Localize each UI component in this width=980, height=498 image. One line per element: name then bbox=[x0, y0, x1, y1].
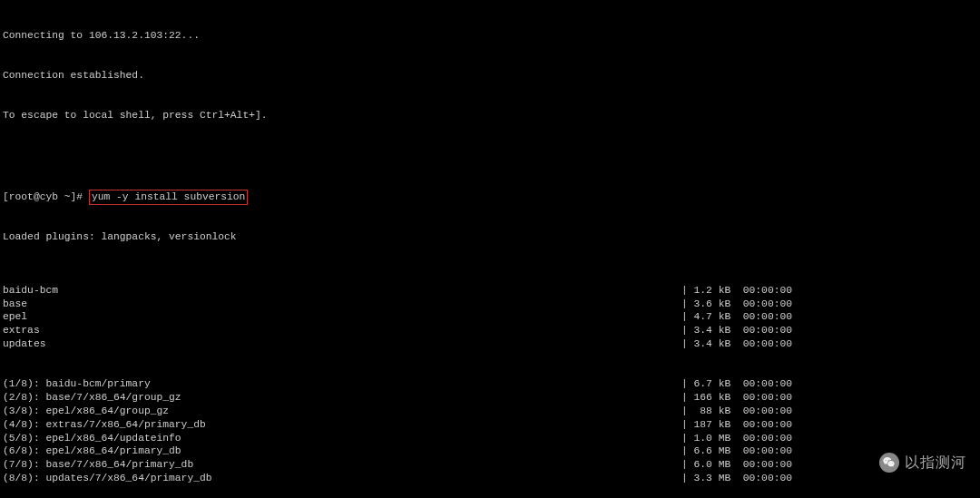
download-row: (8/8): updates/7/x86_64/primary_db| 3.3 … bbox=[3, 472, 792, 485]
row-name: (7/8): base/7/x86_64/primary_db bbox=[3, 458, 193, 472]
watermark-text: 以指测河 bbox=[905, 454, 966, 473]
row-size-time: | 3.6 kB 00:00:00 bbox=[681, 298, 792, 311]
repo-status-row: extras| 3.4 kB 00:00:00 bbox=[3, 324, 792, 337]
repo-status-row: epel| 4.7 kB 00:00:00 bbox=[3, 310, 792, 324]
row-size-time: | 166 kB 00:00:00 bbox=[681, 391, 792, 405]
wechat-icon bbox=[879, 453, 899, 473]
prompt-user: [root@cyb ~]# bbox=[3, 191, 89, 202]
row-name: (2/8): base/7/x86_64/group_gz bbox=[3, 391, 181, 405]
established-line: Connection established. bbox=[3, 69, 977, 83]
escape-hint: To escape to local shell, press Ctrl+Alt… bbox=[3, 109, 977, 122]
connect-line: Connecting to 106.13.2.103:22... bbox=[3, 29, 977, 43]
prompt-line: [root@cyb ~]# yum -y install subversion bbox=[3, 190, 977, 203]
row-name: (6/8): epel/x86_64/primary_db bbox=[3, 444, 181, 458]
row-size-time: | 6.7 kB 00:00:00 bbox=[681, 377, 792, 391]
row-size-time: | 1.2 kB 00:00:00 bbox=[681, 284, 792, 298]
download-row: (6/8): epel/x86_64/primary_db| 6.6 MB 00… bbox=[3, 444, 792, 458]
row-name: epel bbox=[3, 310, 27, 324]
download-row: (7/8): base/7/x86_64/primary_db| 6.0 MB … bbox=[3, 458, 792, 472]
repo-status-row: baidu-bcm| 1.2 kB 00:00:00 bbox=[3, 284, 792, 298]
repo-status-row: updates| 3.4 kB 00:00:00 bbox=[3, 337, 792, 351]
plugins-line: Loaded plugins: langpacks, versionlock bbox=[3, 230, 977, 244]
row-name: (1/8): baidu-bcm/primary bbox=[3, 377, 151, 391]
terminal-output[interactable]: Connecting to 106.13.2.103:22... Connect… bbox=[0, 0, 980, 498]
row-name: extras bbox=[3, 324, 40, 337]
row-name: (4/8): extras/7/x86_64/primary_db bbox=[3, 418, 206, 432]
row-name: (8/8): updates/7/x86_64/primary_db bbox=[3, 472, 212, 485]
repo-status-row: base| 3.6 kB 00:00:00 bbox=[3, 298, 792, 311]
row-size-time: | 1.0 MB 00:00:00 bbox=[681, 432, 792, 445]
row-name: (3/8): epel/x86_64/group_gz bbox=[3, 405, 169, 418]
row-size-time: | 3.4 kB 00:00:00 bbox=[681, 337, 792, 351]
row-size-time: | 88 kB 00:00:00 bbox=[681, 405, 792, 418]
row-name: base bbox=[3, 298, 27, 311]
watermark: 以指测河 bbox=[879, 453, 966, 473]
row-size-time: | 187 kB 00:00:00 bbox=[681, 418, 792, 432]
download-row: (1/8): baidu-bcm/primary| 6.7 kB 00:00:0… bbox=[3, 377, 792, 391]
row-name: (5/8): epel/x86_64/updateinfo bbox=[3, 432, 181, 445]
row-name: baidu-bcm bbox=[3, 284, 58, 298]
row-size-time: | 6.6 MB 00:00:00 bbox=[681, 444, 792, 458]
row-size-time: | 3.3 MB 00:00:00 bbox=[681, 472, 792, 485]
row-size-time: | 6.0 MB 00:00:00 bbox=[681, 458, 792, 472]
command-highlight: yum -y install subversion bbox=[89, 190, 248, 205]
download-row: (4/8): extras/7/x86_64/primary_db| 187 k… bbox=[3, 418, 792, 432]
blank-line bbox=[3, 150, 977, 163]
row-size-time: | 3.4 kB 00:00:00 bbox=[681, 324, 792, 337]
row-size-time: | 4.7 kB 00:00:00 bbox=[681, 310, 792, 324]
download-row: (3/8): epel/x86_64/group_gz| 88 kB 00:00… bbox=[3, 405, 792, 418]
download-row: (5/8): epel/x86_64/updateinfo| 1.0 MB 00… bbox=[3, 432, 792, 445]
row-name: updates bbox=[3, 337, 45, 351]
download-row: (2/8): base/7/x86_64/group_gz| 166 kB 00… bbox=[3, 391, 792, 405]
